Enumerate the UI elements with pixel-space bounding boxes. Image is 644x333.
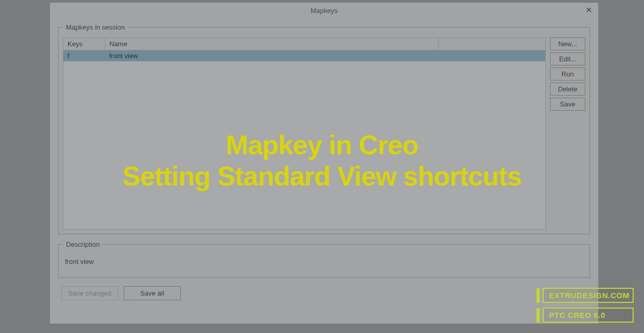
bottom-button-row: Save changed Save all [58, 284, 590, 300]
dialog-title: Mapkeys [311, 7, 338, 15]
watermark-bar-1 [536, 288, 540, 303]
watermark-bar-2 [536, 308, 540, 323]
dialog-titlebar[interactable]: Mapkeys ✕ [50, 3, 598, 18]
delete-button[interactable]: Delete [550, 83, 585, 96]
new-button[interactable]: New... [550, 37, 585, 50]
column-header-keys[interactable]: Keys [63, 38, 105, 50]
description-group: Description front view [58, 241, 590, 278]
session-buttons: New... Edit... Run Delete Save [550, 37, 585, 230]
column-header-spacer [439, 38, 545, 50]
mapkeys-dialog: Mapkeys ✕ Mapkeys in session Keys Name [49, 2, 599, 324]
run-button[interactable]: Run [550, 68, 585, 81]
save-button[interactable]: Save [550, 98, 585, 111]
mapkeys-table-wrapper[interactable]: Keys Name f front view [63, 37, 546, 230]
save-all-button[interactable]: Save all [124, 286, 181, 300]
close-icon[interactable]: ✕ [584, 5, 594, 15]
save-changed-button: Save changed [61, 286, 118, 300]
cell-key: f [63, 50, 105, 62]
column-header-name[interactable]: Name [105, 38, 439, 50]
session-legend: Mapkeys in session [63, 23, 128, 31]
description-legend: Description [63, 241, 103, 248]
mapkeys-table: Keys Name f front view [63, 38, 545, 61]
edit-button[interactable]: Edit... [550, 52, 585, 65]
watermark-site: EXTRUDESIGN.COM [543, 288, 634, 303]
watermark-product: PTC CREO 6.0 [543, 308, 634, 323]
dialog-body: Mapkeys in session Keys Name [50, 18, 598, 305]
cell-name: front view [105, 50, 545, 62]
table-row[interactable]: f front view [63, 50, 545, 62]
description-text: front view [63, 255, 585, 269]
mapkeys-session-group: Mapkeys in session Keys Name [58, 23, 590, 234]
